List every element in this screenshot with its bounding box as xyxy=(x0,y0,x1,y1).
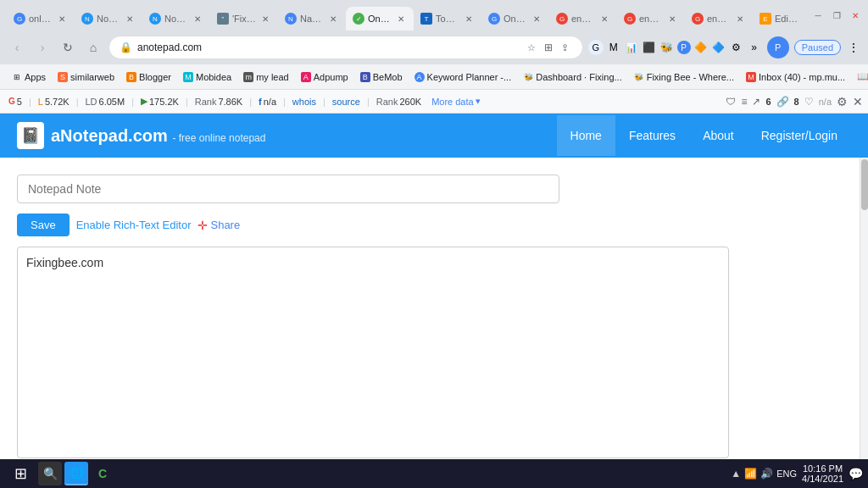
seo-whois-item[interactable]: whois xyxy=(289,96,320,108)
bookmark-mylead[interactable]: m my lead xyxy=(238,70,294,84)
tab-12[interactable]: E Edit F... ✕ xyxy=(753,7,805,30)
nav-features[interactable]: Features xyxy=(615,115,689,156)
more-data-button[interactable]: More data ▾ xyxy=(428,95,484,108)
seo-i-item[interactable]: ▶ 175.2K xyxy=(137,95,182,108)
bookmark-fixingbee[interactable]: 🐝 Fixing Bee - Where... xyxy=(629,70,739,84)
paused-button[interactable]: Paused xyxy=(794,40,841,55)
site-header: 📓 aNotepad.com - free online notepad Hom… xyxy=(0,114,868,158)
tab-11-close[interactable]: ✕ xyxy=(734,13,746,25)
note-textarea[interactable] xyxy=(17,247,729,458)
bookmark-star-icon[interactable]: ☆ xyxy=(525,41,538,54)
seo-link-icon[interactable]: 🔗 xyxy=(776,96,789,108)
forward-button[interactable]: › xyxy=(32,37,53,58)
seo-close-button[interactable]: ✕ xyxy=(853,95,863,108)
nav-register[interactable]: Register/Login xyxy=(748,115,851,156)
close-button[interactable]: ✕ xyxy=(849,9,861,21)
bookmark-mobidea[interactable]: M Mobidea xyxy=(178,70,236,84)
tab-10-close[interactable]: ✕ xyxy=(666,13,678,25)
share-button[interactable]: ✛ Share xyxy=(198,219,240,232)
speaker-icon[interactable]: 🔊 xyxy=(760,468,773,480)
taskbar-chrome[interactable]: 🌐 xyxy=(64,462,88,485)
start-button[interactable]: ⊞ xyxy=(5,462,36,485)
save-button[interactable]: Save xyxy=(17,214,70,236)
seo-l-item[interactable]: L 5.72K xyxy=(35,96,73,108)
tab-6[interactable]: ✓ Onlin... ✕ xyxy=(346,7,414,30)
tab-5-close[interactable]: ✕ xyxy=(327,13,339,25)
bookmark-inbox[interactable]: M Inbox (40) - mp.mu... xyxy=(741,70,850,84)
notification-icon[interactable]: 💬 xyxy=(849,467,863,480)
profile-icon[interactable]: P xyxy=(767,36,789,58)
bookmark-apps[interactable]: ⊞ Apps xyxy=(7,70,51,84)
ext-icon-6[interactable]: P xyxy=(677,41,691,54)
seo-shield-icon[interactable]: 🛡 xyxy=(726,96,736,108)
bookmark-adpump[interactable]: A Adpump xyxy=(296,70,353,84)
bookmark-bemob[interactable]: B BeMob xyxy=(355,70,408,84)
tab-3-title: Note... xyxy=(164,14,188,24)
ext-icon-3[interactable]: 📊 xyxy=(624,40,639,55)
rich-text-button[interactable]: Enable Rich-Text Editor xyxy=(76,219,192,231)
tab-10[interactable]: G engli... ✕ xyxy=(617,7,685,30)
ext-icon-7[interactable]: 🔶 xyxy=(693,40,709,55)
ext-icon-8[interactable]: 🔷 xyxy=(711,40,726,55)
reading-list[interactable]: 📖 Reading E xyxy=(852,65,868,89)
note-title-input[interactable] xyxy=(17,175,559,203)
seo-ld-item[interactable]: LD 6.05M xyxy=(82,96,129,108)
taskbar-search[interactable]: 🔍 xyxy=(38,462,62,485)
tab-2-close[interactable]: ✕ xyxy=(124,13,136,25)
ext-more-icon[interactable]: » xyxy=(747,40,762,55)
ext-icon-9[interactable]: ⚙ xyxy=(729,40,744,55)
tab-8-close[interactable]: ✕ xyxy=(531,13,542,25)
bookmark-keyword[interactable]: A Keyword Planner -... xyxy=(409,70,517,84)
ext-icon-5[interactable]: 🐝 xyxy=(659,40,675,55)
tab-5[interactable]: N Nath... ✕ xyxy=(278,7,346,30)
reload-button[interactable]: ↻ xyxy=(58,37,78,58)
minimize-button[interactable]: ─ xyxy=(812,9,824,21)
send-tab-icon[interactable]: ⇪ xyxy=(559,41,572,54)
back-button[interactable]: ‹ xyxy=(7,37,27,58)
seo-rank-item[interactable]: Rank 7.86K xyxy=(192,96,246,108)
seo-g-item[interactable]: G 5 xyxy=(5,96,25,108)
home-button[interactable]: ⌂ xyxy=(83,37,103,58)
tab-11[interactable]: G engli... ✕ xyxy=(685,7,753,30)
network-icon[interactable]: 📶 xyxy=(744,468,757,480)
tray-expand-icon[interactable]: ▲ xyxy=(731,468,741,480)
bookmark-blogger[interactable]: B Blogger xyxy=(121,70,176,84)
seo-heart-icon[interactable]: ♡ xyxy=(804,96,814,108)
seo-source-item[interactable]: source xyxy=(329,96,364,108)
ext-icon-1[interactable]: G xyxy=(588,40,604,55)
maximize-button[interactable]: ❐ xyxy=(831,9,843,21)
ext-icon-4[interactable]: ⬛ xyxy=(642,40,657,55)
seo-rank2-item[interactable]: Rank 260K xyxy=(373,96,425,108)
tab-2[interactable]: N Note... ✕ xyxy=(75,7,142,30)
taskbar-time[interactable]: 10:16 PM 4/14/2021 xyxy=(802,463,843,484)
tab-6-close[interactable]: ✕ xyxy=(395,13,407,25)
nav-about[interactable]: About xyxy=(689,115,748,156)
tab-9-close[interactable]: ✕ xyxy=(598,13,610,25)
tab-1[interactable]: G onlin... ✕ xyxy=(7,7,75,30)
tab-1-close[interactable]: ✕ xyxy=(56,13,68,25)
bookmark-similarweb[interactable]: S similarweb xyxy=(53,70,120,84)
tab-9[interactable]: G engli... ✕ xyxy=(549,7,617,30)
seo-div1: | xyxy=(29,97,31,107)
tab-12-close[interactable]: ✕ xyxy=(802,13,805,25)
url-bar[interactable]: 🔒 anotepad.com ☆ ⊞ ⇪ xyxy=(108,36,583,59)
tab-4[interactable]: " 'Fixin... ✕ xyxy=(210,7,278,30)
tab-3-close[interactable]: ✕ xyxy=(192,13,203,25)
seo-arrow-icon[interactable]: ↗ xyxy=(752,96,760,108)
reader-mode-icon[interactable]: ⊞ xyxy=(542,41,555,54)
taskbar-ccleaner[interactable]: C xyxy=(91,462,114,485)
ext-icon-2[interactable]: M xyxy=(606,40,621,55)
tab-4-close[interactable]: ✕ xyxy=(259,13,271,25)
seo-bars-icon[interactable]: ≡ xyxy=(741,96,747,108)
tab-7[interactable]: T Top 1... ✕ xyxy=(414,7,481,30)
tab-7-close[interactable]: ✕ xyxy=(463,13,475,25)
chrome-menu-icon[interactable]: ⋮ xyxy=(846,40,861,55)
tab-8[interactable]: G Onlin... ✕ xyxy=(481,7,549,30)
browser-scrollbar[interactable] xyxy=(860,158,868,488)
tab-3[interactable]: N Note... ✕ xyxy=(142,7,210,30)
nav-home[interactable]: Home xyxy=(557,115,615,156)
seo-settings-icon[interactable]: ⚙ xyxy=(837,95,848,108)
bookmark-dashboard[interactable]: 🐝 Dashboard · Fixing... xyxy=(518,70,627,84)
seo-fb-item[interactable]: f n/a xyxy=(255,96,280,108)
scrollbar-thumb[interactable] xyxy=(861,159,868,210)
